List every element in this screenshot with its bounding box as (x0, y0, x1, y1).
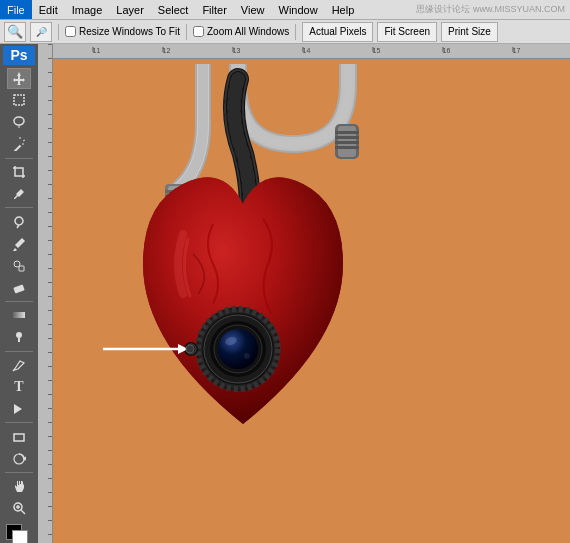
svg-rect-33 (335, 131, 359, 134)
svg-rect-18 (14, 434, 24, 441)
svg-rect-35 (335, 141, 359, 144)
menu-filter[interactable]: Filter (195, 0, 233, 19)
zoom-out-btn[interactable]: 🔎 (30, 22, 52, 42)
move-tool[interactable] (7, 68, 31, 89)
actual-pixels-btn[interactable]: Actual Pixels (302, 22, 373, 42)
ruler-mark-11: 11 (93, 47, 94, 52)
menu-select[interactable]: Select (151, 0, 196, 19)
svg-marker-0 (13, 72, 25, 85)
vertical-ruler (38, 44, 53, 543)
ruler-mark-15: 15 (373, 47, 374, 52)
spot-heal-tool[interactable] (7, 211, 31, 232)
svg-rect-4 (13, 145, 21, 151)
brush-tool[interactable] (7, 233, 31, 254)
toolbar-separator-3 (295, 24, 296, 40)
left-toolbar: Ps (0, 44, 38, 543)
clone-tool[interactable] (7, 255, 31, 276)
menu-file[interactable]: File (0, 0, 32, 19)
tool-divider-2 (5, 207, 33, 208)
ruler-mark-14: 14 (303, 47, 304, 52)
svg-point-2 (14, 117, 24, 125)
svg-line-9 (17, 225, 19, 228)
zoom-tool[interactable] (7, 498, 31, 519)
svg-marker-17 (14, 404, 22, 414)
menu-window[interactable]: Window (272, 0, 325, 19)
svg-rect-1 (14, 95, 24, 105)
text-tool[interactable]: T (7, 377, 31, 398)
svg-point-47 (244, 353, 250, 359)
svg-point-8 (15, 217, 23, 225)
svg-line-6 (23, 140, 25, 141)
eraser-tool[interactable] (7, 277, 31, 298)
3d-tool[interactable] (7, 448, 31, 469)
fit-screen-btn[interactable]: Fit Screen (377, 22, 437, 42)
toolbar-separator-1 (58, 24, 59, 40)
svg-rect-34 (335, 136, 359, 139)
shape-tool[interactable] (7, 426, 31, 447)
tool-divider-3 (5, 301, 33, 302)
menu-image[interactable]: Image (65, 0, 110, 19)
svg-point-45 (218, 329, 258, 369)
menu-layer[interactable]: Layer (109, 0, 151, 19)
svg-point-14 (16, 332, 22, 338)
zoom-all-checkbox[interactable] (193, 26, 204, 37)
svg-rect-15 (18, 338, 20, 342)
menu-view[interactable]: View (234, 0, 272, 19)
path-select-tool[interactable] (7, 399, 31, 420)
tool-divider-4 (5, 351, 33, 352)
svg-line-22 (21, 510, 25, 514)
ruler-mark-13: 13 (233, 47, 234, 52)
options-toolbar: 🔍 🔎 Resize Windows To Fit Zoom All Windo… (0, 20, 570, 44)
zoom-all-option[interactable]: Zoom All Windows (193, 26, 289, 37)
hand-tool[interactable] (7, 476, 31, 497)
zoom-all-label: Zoom All Windows (207, 26, 289, 37)
svg-rect-13 (13, 312, 25, 318)
gradient-tool[interactable] (7, 305, 31, 326)
tool-divider-5 (5, 422, 33, 423)
menu-help[interactable]: Help (325, 0, 362, 19)
svg-line-16 (13, 369, 15, 371)
toolbar-separator-2 (186, 24, 187, 40)
ruler-mark-12: 12 (163, 47, 164, 52)
resize-windows-option[interactable]: Resize Windows To Fit (65, 26, 180, 37)
tool-divider-1 (5, 158, 33, 159)
menu-bar: File Edit Image Layer Select Filter View… (0, 0, 570, 20)
ruler-mark-16: 16 (443, 47, 444, 52)
canvas-wrapper: 11 12 13 14 15 16 17 (38, 44, 570, 543)
tool-divider-6 (5, 472, 33, 473)
magic-wand-tool[interactable] (7, 134, 31, 155)
ruler-mark-17: 17 (513, 47, 514, 52)
svg-rect-12 (13, 284, 24, 293)
print-size-btn[interactable]: Print Size (441, 22, 498, 42)
horizontal-ruler: 11 12 13 14 15 16 17 (53, 44, 570, 59)
crop-tool[interactable] (7, 162, 31, 183)
color-swatches[interactable] (6, 524, 32, 543)
marquee-tool[interactable] (7, 90, 31, 111)
lasso-tool[interactable] (7, 112, 31, 133)
resize-windows-label: Resize Windows To Fit (79, 26, 180, 37)
resize-windows-checkbox[interactable] (65, 26, 76, 37)
ps-logo: Ps (3, 46, 35, 65)
canvas[interactable] (53, 59, 570, 543)
svg-point-53 (186, 345, 194, 353)
menu-edit[interactable]: Edit (32, 0, 65, 19)
svg-rect-11 (19, 266, 24, 271)
svg-rect-36 (335, 146, 359, 149)
pen-tool[interactable] (7, 355, 31, 376)
zoom-in-btn[interactable]: 🔍 (4, 22, 26, 42)
watermark: 思缘设计论坛 www.MISSYUAN.COM (416, 3, 565, 16)
dodge-tool[interactable] (7, 327, 31, 348)
main-area: Ps (0, 44, 570, 543)
artwork-svg (83, 64, 403, 494)
eyedropper-tool[interactable] (7, 183, 31, 204)
